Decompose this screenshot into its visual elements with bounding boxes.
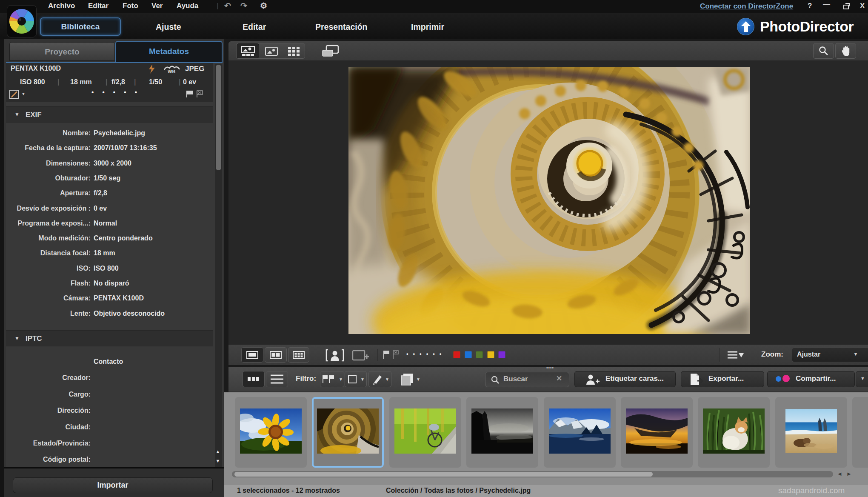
svg-text:WB: WB xyxy=(168,69,175,74)
